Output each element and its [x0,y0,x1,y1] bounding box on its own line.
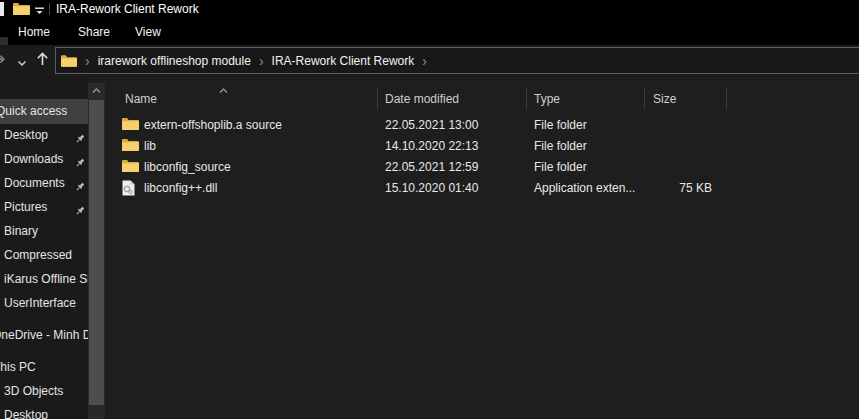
folder-icon [122,159,139,176]
address-row: ➔ › irarework offlineshop module › IRA-R… [0,45,859,77]
column-divider[interactable] [377,87,378,109]
sidebar-item-userinterface[interactable]: UserInterface [0,291,88,315]
table-row[interactable]: libconfig++.dll 15.10.2020 01:40 Applica… [104,178,859,199]
window-title: IRA-Rework Client Rework [56,0,199,20]
sidebar-item-label: UserInterface [4,291,76,315]
address-bar[interactable]: › irarework offlineshop module › IRA-Rew… [55,47,859,74]
column-header-size[interactable]: Size [653,89,676,109]
sidebar-item-label: Documents [4,171,65,195]
sidebar-item-ikarus-offline-shop[interactable]: iKarus Offline Sh [0,267,88,291]
file-size: 75 KB [644,178,712,199]
sidebar-item-downloads[interactable]: Downloads [0,147,88,171]
file-date-modified: 15.10.2020 01:40 [385,178,525,199]
folder-icon [122,138,139,155]
sidebar-item-3d-objects[interactable]: 3D Objects [0,379,88,403]
sidebar-item-onedrive[interactable]: OneDrive - Minh D [0,323,88,347]
pin-icon [75,201,86,219]
sidebar-item-compressed[interactable]: Compressed [0,243,88,267]
breadcrumb-item[interactable]: irarework offlineshop module [98,54,251,68]
sidebar-item-desktop-thispc[interactable]: Desktop [0,403,88,419]
file-type: File folder [534,136,642,157]
column-header-name[interactable]: Name [125,89,157,109]
file-date-modified: 22.05.2021 13:00 [385,115,525,136]
sidebar-item-documents[interactable]: Documents [0,171,88,195]
titlebar: IRA-Rework Client Rework [0,0,859,20]
column-divider[interactable] [644,87,645,109]
file-type: File folder [534,157,642,178]
table-row[interactable]: libconfig_source 22.05.2021 12:59 File f… [104,157,859,178]
folder-icon [13,2,30,19]
up-button[interactable] [35,51,50,70]
column-header-date-modified[interactable]: Date modified [385,89,459,109]
sidebar-item-label: iKarus Offline Sh [4,267,88,291]
sidebar-item-label: OneDrive - Minh D [0,323,88,347]
sidebar-item-quick-access[interactable]: Quick access [0,99,88,124]
tab-home[interactable]: Home [18,20,50,45]
tab-view[interactable]: View [135,20,161,45]
scrollbar-thumb[interactable] [89,100,104,405]
table-row[interactable]: extern-offshoplib.a source 22.05.2021 13… [104,115,859,136]
sidebar-item-label: Downloads [4,147,63,171]
breadcrumb-chevron-icon: › [77,55,98,67]
recent-locations-chevron-icon[interactable] [17,56,27,70]
titlebar-separator [49,3,50,15]
file-type: Application exten... [534,178,642,199]
column-divider[interactable] [726,87,727,109]
dll-icon [122,180,135,197]
sidebar-scrollbar[interactable] [88,83,105,419]
sidebar-item-pictures[interactable]: Pictures [0,195,88,219]
table-row[interactable]: lib 14.10.2020 22:13 File folder [104,136,859,157]
ribbon-tab-bar: Home Share View [0,20,859,45]
file-size [644,157,712,178]
navigation-pane: Quick access Desktop Downloads Documents… [0,77,88,419]
sidebar-item-label: 3D Objects [4,379,63,403]
breadcrumb-folder-icon [61,54,77,68]
column-header-type[interactable]: Type [534,89,560,109]
sort-ascending-icon [219,83,228,97]
folder-icon [122,117,139,134]
sidebar-item-this-pc[interactable]: This PC [0,355,88,379]
scrollbar-up-arrow-icon[interactable] [88,83,105,98]
file-size [644,136,712,157]
file-name[interactable]: lib [144,136,374,157]
column-divider[interactable] [526,87,527,109]
sidebar-item-label: Quick access [0,99,67,124]
tab-share[interactable]: Share [78,20,110,45]
forward-button[interactable]: ➔ [0,50,6,68]
sidebar-item-desktop[interactable]: Desktop [0,123,88,147]
breadcrumb-chevron-icon[interactable]: › [414,55,435,67]
customize-quick-access-toolbar-button[interactable] [34,5,45,19]
window-icon [0,2,4,16]
file-name[interactable]: libconfig_source [144,157,374,178]
sidebar-item-binary[interactable]: Binary [0,219,88,243]
file-date-modified: 14.10.2020 22:13 [385,136,525,157]
sidebar-item-label: Pictures [4,195,47,219]
file-explorer-window: IRA-Rework Client Rework Home Share View… [0,0,859,419]
sidebar-item-label: Binary [4,219,38,243]
main-area: Quick access Desktop Downloads Documents… [0,77,859,419]
pin-icon [75,177,86,195]
file-menu-stub [0,37,8,45]
breadcrumb-chevron-icon[interactable]: › [251,55,272,67]
file-size [644,115,712,136]
breadcrumb-item[interactable]: IRA-Rework Client Rework [272,54,415,68]
sidebar-item-label: This PC [0,355,36,379]
sidebar-item-label: Compressed [4,243,72,267]
file-name[interactable]: libconfig++.dll [144,178,374,199]
pin-icon [75,153,86,171]
sidebar-item-label: Desktop [4,403,48,419]
sidebar-item-label: Desktop [4,123,48,147]
file-type: File folder [534,115,642,136]
pin-icon [75,129,86,147]
file-date-modified: 22.05.2021 12:59 [385,157,525,178]
file-name[interactable]: extern-offshoplib.a source [144,115,374,136]
